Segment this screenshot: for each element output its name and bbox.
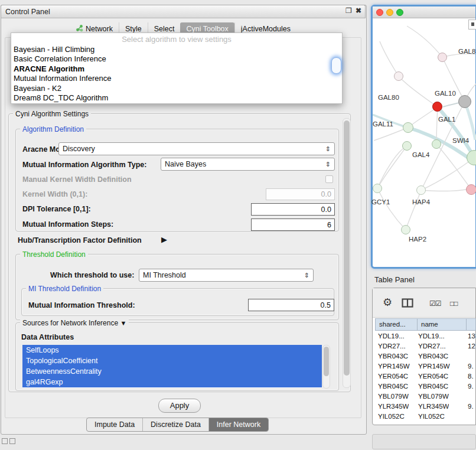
list-item-selfloops[interactable]: SelfLoops xyxy=(22,345,322,356)
sources-title-text: Sources for Network Inference xyxy=(22,319,118,327)
manual-kernel-label: Manual Kernel Width Definition xyxy=(22,175,132,184)
aracne-mode-select[interactable]: Discovery ⇕ xyxy=(58,142,335,155)
table-row[interactable]: YBR045C YBR045C 9. xyxy=(375,381,475,392)
table-body: YDL19... YDL19... 13 YDR27... YDR27... 1… xyxy=(375,331,475,422)
node-label-gal10: GAL10 xyxy=(435,90,456,97)
tab-infer-network[interactable]: Infer Network xyxy=(208,418,268,431)
select-all-icon[interactable]: ☑☑ xyxy=(429,299,441,308)
tab-select-label: Select xyxy=(154,25,175,33)
node-label-swi4: SWI4 xyxy=(452,137,469,144)
mi-threshold-input[interactable] xyxy=(248,299,334,311)
sources-collapse-arrow-icon[interactable]: ▼ xyxy=(120,319,126,327)
close-icon[interactable]: ✖ xyxy=(356,6,361,15)
column-header-clipped[interactable] xyxy=(466,318,476,331)
node-hap2[interactable] xyxy=(401,225,410,234)
table-row[interactable]: YDL19... YDL19... 13 xyxy=(375,331,475,341)
list-item-topologicalcoefficient[interactable]: TopologicalCoefficient xyxy=(22,356,322,366)
node-gal11[interactable] xyxy=(403,122,413,133)
node-gal4[interactable] xyxy=(432,139,441,149)
apply-button[interactable]: Apply xyxy=(158,399,201,413)
mi-steps-input[interactable] xyxy=(251,219,335,231)
node-gal10[interactable] xyxy=(458,95,471,108)
cell-name: YIL052C xyxy=(418,412,445,422)
close-traffic-light[interactable] xyxy=(376,9,383,16)
restore-panel-icon-1[interactable] xyxy=(2,438,8,444)
deselect-all-icon[interactable]: □□ xyxy=(450,299,458,308)
table-row[interactable]: YBL079W YBL079W xyxy=(375,392,475,402)
threshold-definition-title: Threshold Definition xyxy=(20,250,88,259)
algorithm-option-bayesian-k2[interactable]: Bayesian - K2 xyxy=(11,84,342,93)
minimize-traffic-light[interactable] xyxy=(386,9,393,16)
algorithm-option-aracne[interactable]: ARACNE Algorithm xyxy=(11,64,342,74)
column-header-name[interactable]: name xyxy=(417,318,467,331)
settings-scrollbar[interactable] xyxy=(343,118,351,388)
control-panel-titlebar xyxy=(1,5,366,18)
cell-name: YER054C xyxy=(418,371,448,381)
data-attributes-label: Data Attributes xyxy=(21,333,74,341)
node-unlabeled-pink-right[interactable] xyxy=(466,184,476,195)
mi-threshold-label: Mutual Information Threshold: xyxy=(28,301,135,309)
combo-arrows-icon: ⇕ xyxy=(304,272,309,279)
combo-arrows-icon: ⇕ xyxy=(325,161,331,168)
data-attributes-list: SelfLoops TopologicalCoefficient Between… xyxy=(22,345,322,388)
node-gal80[interactable] xyxy=(394,71,403,81)
cell-shared-name: YDL19... xyxy=(378,331,405,341)
list-item-gal4rgexp[interactable]: gal4RGexp xyxy=(22,377,322,387)
which-threshold-select[interactable]: MI Threshold ⇕ xyxy=(139,269,314,282)
tab-discretize-data[interactable]: Discretize Data xyxy=(142,418,208,431)
kernel-width-label: Kernel Width (0,1): xyxy=(22,190,87,198)
tab-impute-data[interactable]: Impute Data xyxy=(87,418,142,431)
tab-style-label: Style xyxy=(125,25,142,33)
algorithm-option-mutual-information[interactable]: Mutual Information Inference xyxy=(11,74,342,83)
table-row[interactable]: YLR345W YLR345W 9. xyxy=(375,402,475,412)
settings-scrollbar-thumb[interactable] xyxy=(344,120,350,376)
algorithm-definition-title: Algorithm Definition xyxy=(20,125,86,133)
node-unlabeled-pink-top[interactable] xyxy=(438,53,447,62)
manual-kernel-checkbox[interactable] xyxy=(325,175,333,183)
cell-name: YPR145W xyxy=(418,361,450,371)
sources-list-scrollbar[interactable] xyxy=(322,345,330,389)
mi-type-select[interactable]: Naive Bayes ⇕ xyxy=(161,158,335,171)
table-row[interactable]: YDR27... YDR27... 12 xyxy=(375,341,475,351)
node-unlabeled-green-1[interactable] xyxy=(402,141,412,151)
cell-name: YLR345W xyxy=(418,402,449,412)
hub-expand-arrow-icon[interactable]: ▶ xyxy=(161,235,167,244)
node-gal1[interactable] xyxy=(432,102,442,112)
table-panel-title: Table Panel xyxy=(374,275,415,284)
float-window-icon[interactable]: ❐ xyxy=(345,6,352,15)
cell-name: YBL079W xyxy=(418,392,449,402)
algorithm-option-bayesian-hill[interactable]: Bayesian - Hill Climbing xyxy=(11,45,342,54)
cell-name: YBR043C xyxy=(418,351,448,361)
node-hap4[interactable] xyxy=(416,185,426,195)
cell-shared-name: YLR345W xyxy=(378,402,409,412)
cell-value: 8. xyxy=(468,371,474,381)
sources-list-scrollbar-thumb[interactable] xyxy=(324,347,329,376)
column-header-shared-name[interactable]: shared... xyxy=(375,318,418,331)
table-row[interactable]: YIL052C YIL052C xyxy=(375,412,475,422)
kernel-width-input xyxy=(266,188,335,200)
columns-icon[interactable] xyxy=(402,298,413,309)
cell-value: 9. xyxy=(468,361,474,371)
table-row[interactable]: YBR043C YBR043C xyxy=(375,351,475,361)
tab-cyni-toolbox-label: Cyni Toolbox xyxy=(186,25,228,33)
table-row[interactable]: YER054C YER054C 8. xyxy=(375,371,475,381)
algorithm-combo-focus-button[interactable] xyxy=(331,57,341,74)
algorithm-option-basic-correlation[interactable]: Basic Correlation Inference xyxy=(11,54,342,64)
zoom-traffic-light[interactable] xyxy=(396,9,403,16)
network-scroll-corner-box[interactable] xyxy=(468,19,476,30)
node-gcy1[interactable] xyxy=(373,184,382,193)
table-row[interactable]: YPR145W YPR145W 9. xyxy=(375,361,475,371)
mi-steps-label: Mutual Information Steps: xyxy=(22,220,113,229)
algorithm-dropdown-popup: Select algorithm to view settings Bayesi… xyxy=(11,32,343,104)
hub-definition-label: Hub/Transcription Factor Definition xyxy=(18,236,142,244)
which-threshold-label: Which threshold to use: xyxy=(50,271,134,279)
list-item-betweennesscentrality[interactable]: BetweennessCentrality xyxy=(22,366,322,377)
cell-shared-name: YBR043C xyxy=(378,351,408,361)
algorithm-option-dream8[interactable]: Dream8 DC_TDC Algorithm xyxy=(11,93,342,103)
gear-icon[interactable]: ⚙ xyxy=(383,296,392,309)
restore-panel-icon-2[interactable] xyxy=(9,438,15,444)
cell-value: 9. xyxy=(468,381,474,392)
dpi-tolerance-input[interactable] xyxy=(251,203,335,216)
cell-value: 13 xyxy=(468,331,475,341)
collapsed-bottom-panel[interactable] xyxy=(372,434,476,449)
